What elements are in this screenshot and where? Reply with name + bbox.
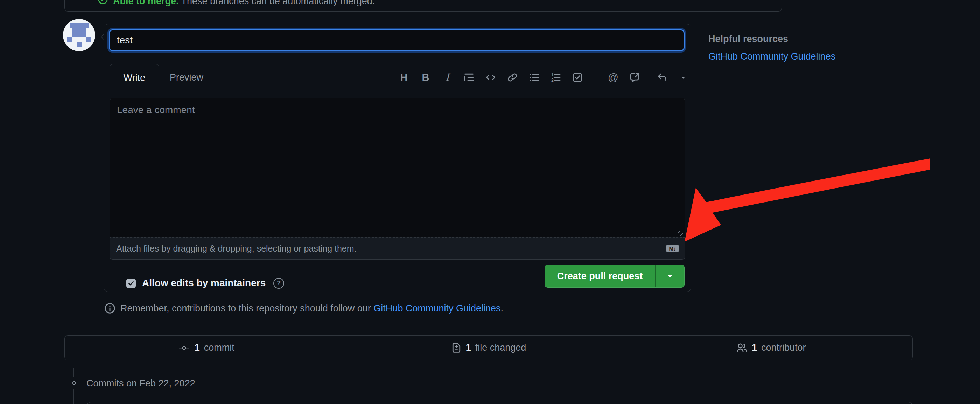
code-icon[interactable] <box>485 72 496 83</box>
quote-icon[interactable] <box>463 72 475 83</box>
note-text: Remember, contributions to this reposito… <box>120 303 371 314</box>
help-icon[interactable]: ? <box>274 278 284 289</box>
attach-files-hint: Attach files by dragging & dropping, sel… <box>116 244 356 254</box>
allow-edits-label: Allow edits by maintainers <box>142 278 266 289</box>
pr-stats-bar: 1 commit 1 file changed 1 contributor <box>64 335 913 360</box>
helpful-resources-heading: Helpful resources <box>708 34 788 45</box>
commits-date-heading: Commits on Feb 22, 2022 <box>86 378 195 389</box>
pr-title-input[interactable] <box>109 29 685 51</box>
link-icon[interactable] <box>507 72 518 83</box>
attach-files-area[interactable]: Attach files by dragging & dropping, sel… <box>110 237 685 259</box>
avatar <box>63 19 95 51</box>
tab-write[interactable]: Write <box>110 64 159 91</box>
people-icon <box>737 342 748 353</box>
unordered-list-icon[interactable] <box>528 72 540 83</box>
create-pull-request-split-button: Create pull request <box>545 265 685 287</box>
tab-preview[interactable]: Preview <box>163 64 210 91</box>
info-icon <box>104 303 116 314</box>
cross-reference-icon[interactable] <box>629 72 641 83</box>
commit-list-card <box>86 402 913 404</box>
ordered-list-icon[interactable]: 1 2 <box>550 72 562 83</box>
pull-request-compose-card: Write Preview H B I <box>103 24 691 292</box>
mention-icon[interactable]: @ <box>608 72 619 83</box>
chevron-down-icon <box>667 275 673 280</box>
merge-status-text: Able to merge. <box>113 0 179 6</box>
resize-grip[interactable] <box>678 230 683 236</box>
community-guidelines-note: Remember, contributions to this reposito… <box>104 303 503 314</box>
merge-status-banner: Able to merge. These branches can be aut… <box>64 0 782 11</box>
stat-contributors[interactable]: 1 contributor <box>630 342 912 353</box>
markdown-toolbar: H B I 1 <box>398 64 685 91</box>
comment-textarea[interactable] <box>110 98 685 237</box>
bold-icon[interactable]: B <box>420 72 431 83</box>
create-pull-request-button[interactable]: Create pull request <box>545 265 655 287</box>
allow-edits-row: Allow edits by maintainers ? <box>126 277 284 289</box>
stat-files-changed[interactable]: 1 file changed <box>347 342 630 353</box>
create-pull-request-dropdown[interactable] <box>655 265 684 287</box>
svg-text:2: 2 <box>551 78 554 83</box>
saved-reply-icon[interactable] <box>657 72 668 83</box>
file-diff-icon <box>451 343 461 353</box>
sidebar-community-guidelines-link[interactable]: GitHub Community Guidelines <box>708 51 835 62</box>
comment-editor: Attach files by dragging & dropping, sel… <box>110 98 685 260</box>
svg-text:1: 1 <box>551 72 554 77</box>
merge-status-message: These branches can be automatically merg… <box>181 0 375 6</box>
italic-icon[interactable]: I <box>442 72 453 83</box>
stat-commits[interactable]: 1 commit <box>65 342 347 353</box>
allow-edits-checkbox[interactable] <box>126 279 136 288</box>
markdown-icon[interactable]: M↓ <box>667 244 679 252</box>
tab-bar-divider <box>107 91 688 91</box>
commit-icon <box>178 345 190 351</box>
community-guidelines-link[interactable]: GitHub Community Guidelines <box>374 303 501 314</box>
check-circle-icon <box>98 0 108 6</box>
heading-icon[interactable]: H <box>398 72 409 83</box>
commit-icon <box>68 377 81 389</box>
saved-reply-caret-icon[interactable] <box>681 77 685 81</box>
task-list-icon[interactable] <box>572 72 583 83</box>
